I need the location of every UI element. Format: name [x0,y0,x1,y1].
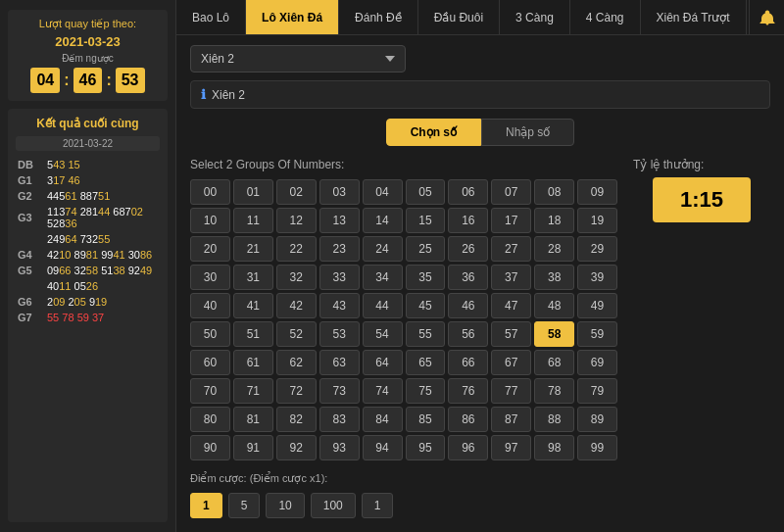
num-cell-12[interactable]: 12 [276,208,317,233]
num-cell-62[interactable]: 62 [276,350,317,375]
num-cell-34[interactable]: 34 [363,265,403,290]
num-cell-09[interactable]: 09 [577,179,617,205]
num-cell-92[interactable]: 92 [276,435,317,460]
num-cell-53[interactable]: 53 [319,321,360,347]
num-cell-65[interactable]: 65 [406,350,446,375]
num-cell-26[interactable]: 26 [448,236,488,262]
num-cell-73[interactable]: 73 [319,378,360,404]
num-cell-90[interactable]: 90 [190,435,230,460]
num-cell-17[interactable]: 17 [491,208,531,233]
num-cell-29[interactable]: 29 [577,236,617,262]
num-cell-78[interactable]: 78 [534,378,574,404]
num-cell-20[interactable]: 20 [190,236,230,262]
num-cell-36[interactable]: 36 [448,265,488,290]
xien-dropdown[interactable]: Xiên 2Xiên 3Xiên 4 [190,45,406,73]
num-cell-75[interactable]: 75 [406,378,446,404]
nav-item-4-cang[interactable]: 4 Càng [570,0,641,34]
num-cell-83[interactable]: 83 [319,407,360,432]
bet-amount-10-2[interactable]: 10 [266,493,304,518]
num-cell-16[interactable]: 16 [448,208,488,233]
num-cell-88[interactable]: 88 [534,407,574,432]
num-cell-11[interactable]: 11 [233,208,273,233]
num-cell-58[interactable]: 58 [534,321,574,347]
num-cell-74[interactable]: 74 [363,378,403,404]
num-cell-80[interactable]: 80 [190,407,230,432]
nav-item-bao-lo[interactable]: Bao Lô [176,0,246,34]
num-cell-44[interactable]: 44 [363,293,403,318]
num-cell-93[interactable]: 93 [319,435,360,460]
num-cell-70[interactable]: 70 [190,378,230,404]
num-cell-85[interactable]: 85 [406,407,446,432]
nav-item-3-cang[interactable]: 3 Càng [500,0,570,34]
num-cell-84[interactable]: 84 [363,407,403,432]
num-cell-55[interactable]: 55 [406,321,446,347]
num-cell-41[interactable]: 41 [233,293,273,318]
num-cell-30[interactable]: 30 [190,265,230,290]
num-cell-79[interactable]: 79 [577,378,617,404]
num-cell-39[interactable]: 39 [577,265,617,290]
num-cell-28[interactable]: 28 [534,236,574,262]
num-cell-15[interactable]: 15 [406,208,446,233]
num-cell-08[interactable]: 08 [534,179,574,205]
num-cell-35[interactable]: 35 [406,265,446,290]
num-cell-45[interactable]: 45 [406,293,446,318]
num-cell-69[interactable]: 69 [577,350,617,375]
bet-amount-1-0[interactable]: 1 [190,493,222,518]
num-cell-10[interactable]: 10 [190,208,230,233]
num-cell-60[interactable]: 60 [190,350,230,375]
num-cell-59[interactable]: 59 [577,321,617,347]
num-cell-03[interactable]: 03 [319,179,360,205]
nav-item-xien-da-truot[interactable]: Xiên Đá Trượt [641,0,747,34]
num-cell-86[interactable]: 86 [448,407,488,432]
num-cell-42[interactable]: 42 [276,293,317,318]
num-cell-04[interactable]: 04 [363,179,403,205]
num-cell-24[interactable]: 24 [363,236,403,262]
num-cell-57[interactable]: 57 [491,321,531,347]
num-cell-22[interactable]: 22 [276,236,317,262]
num-cell-66[interactable]: 66 [448,350,488,375]
num-cell-32[interactable]: 32 [276,265,317,290]
num-cell-64[interactable]: 64 [363,350,403,375]
num-cell-95[interactable]: 95 [406,435,446,460]
num-cell-19[interactable]: 19 [577,208,617,233]
num-cell-07[interactable]: 07 [491,179,531,205]
num-cell-18[interactable]: 18 [534,208,574,233]
num-cell-98[interactable]: 98 [534,435,574,460]
num-cell-46[interactable]: 46 [448,293,488,318]
num-cell-37[interactable]: 37 [491,265,531,290]
num-cell-25[interactable]: 25 [406,236,446,262]
num-cell-31[interactable]: 31 [233,265,273,290]
num-cell-72[interactable]: 72 [276,378,317,404]
num-cell-56[interactable]: 56 [448,321,488,347]
num-cell-94[interactable]: 94 [363,435,403,460]
num-cell-02[interactable]: 02 [276,179,317,205]
num-cell-40[interactable]: 40 [190,293,230,318]
num-cell-47[interactable]: 47 [491,293,531,318]
num-cell-33[interactable]: 33 [319,265,360,290]
num-cell-00[interactable]: 00 [190,179,230,205]
num-cell-77[interactable]: 77 [491,378,531,404]
num-cell-61[interactable]: 61 [233,350,273,375]
num-cell-06[interactable]: 06 [448,179,488,205]
num-cell-71[interactable]: 71 [233,378,273,404]
num-cell-21[interactable]: 21 [233,236,273,262]
tab-chon-so[interactable]: Chọn số [386,119,481,146]
num-cell-23[interactable]: 23 [319,236,360,262]
num-cell-38[interactable]: 38 [534,265,574,290]
num-cell-51[interactable]: 51 [233,321,273,347]
num-cell-99[interactable]: 99 [577,435,617,460]
num-cell-89[interactable]: 89 [577,407,617,432]
num-cell-68[interactable]: 68 [534,350,574,375]
num-cell-05[interactable]: 05 [406,179,446,205]
bet-amount-5-1[interactable]: 5 [228,493,261,518]
tab-nhap-so[interactable]: Nhập số [481,119,574,146]
num-cell-43[interactable]: 43 [319,293,360,318]
num-cell-91[interactable]: 91 [233,435,273,460]
bet-amount-1-4[interactable]: 1 [362,493,394,518]
num-cell-14[interactable]: 14 [363,208,403,233]
nav-icon-bell[interactable] [749,0,784,34]
nav-item-dau-duoi[interactable]: Đầu Đuôi [418,0,500,34]
num-cell-52[interactable]: 52 [276,321,317,347]
num-cell-63[interactable]: 63 [319,350,360,375]
num-cell-50[interactable]: 50 [190,321,230,347]
